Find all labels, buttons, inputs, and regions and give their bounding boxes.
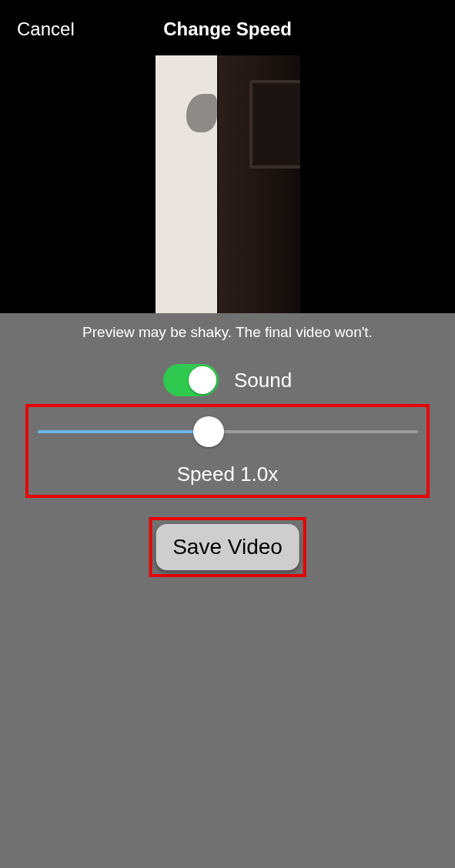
preview-door-panel [249,80,300,169]
save-button-container: Save Video [149,517,306,577]
sound-label: Sound [234,369,292,392]
video-preview[interactable] [156,55,300,313]
cancel-button[interactable]: Cancel [17,18,75,40]
page-title: Change Speed [163,18,292,40]
preview-door [217,55,300,313]
controls-panel: Preview may be shaky. The final video wo… [0,313,455,868]
sound-toggle[interactable] [163,364,219,396]
header-bar: Cancel Change Speed [0,0,455,58]
slider-thumb[interactable] [193,416,224,447]
app-screen: Cancel Change Speed Preview may be shaky… [0,0,455,868]
save-video-button[interactable]: Save Video [156,524,299,570]
preview-note: Preview may be shaky. The final video wo… [0,324,455,341]
preview-subject [186,94,217,132]
toggle-knob [189,366,216,394]
speed-slider-container: Speed 1.0x [25,404,430,498]
top-region: Cancel Change Speed [0,0,455,313]
speed-slider[interactable] [38,415,418,449]
sound-row: Sound [0,364,455,396]
slider-track-fill [38,430,209,433]
speed-value-label: Speed 1.0x [28,462,427,486]
